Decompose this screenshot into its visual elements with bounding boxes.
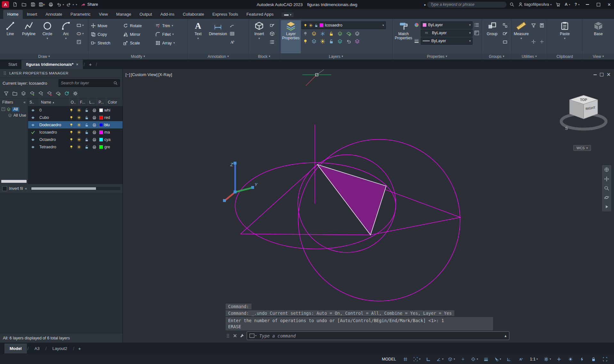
layer-plot-toggle[interactable]: [91, 130, 98, 135]
group-edit-button[interactable]: [502, 30, 508, 37]
zoom-button[interactable]: [604, 185, 610, 191]
status-annotation-scale[interactable]: 1:1▾: [527, 355, 541, 363]
layer-color-cell[interactable]: red: [98, 115, 114, 120]
linetype-dropdown[interactable]: ByLayer ▾: [421, 29, 473, 37]
layer-color-cell[interactable]: cya: [98, 137, 114, 142]
layer-column-o[interactable]: O..: [69, 98, 79, 106]
command-input[interactable]: ▾ Type a command ▲: [247, 331, 509, 340]
viewport-visual-style-control[interactable]: [X-Ray]: [158, 72, 172, 77]
layer-lock-toggle[interactable]: [83, 123, 91, 127]
layer-previous-button[interactable]: [345, 38, 352, 44]
layer-column-f[interactable]: F...: [79, 98, 88, 106]
layer-on-toggle[interactable]: [68, 115, 75, 120]
object-color-dropdown[interactable]: ByLayer ▾: [421, 21, 473, 29]
layers-panel-label[interactable]: Layers▾: [280, 53, 392, 59]
layer-plot-toggle[interactable]: [91, 145, 98, 149]
insert-button[interactable]: Insert ▾: [250, 20, 268, 53]
rotate-button[interactable]: Rotate: [122, 22, 154, 29]
modify-panel-label[interactable]: Modify▾: [88, 53, 187, 59]
palette-set-current-layer-button[interactable]: [55, 90, 61, 97]
properties-list-icon[interactable]: [474, 22, 480, 28]
palette-settings-button[interactable]: [72, 90, 78, 97]
layer-color-cell[interactable]: blu: [98, 123, 114, 127]
ribbon-tab-home[interactable]: Home: [3, 10, 23, 19]
scrollbar-thumb[interactable]: [31, 187, 96, 190]
status-graphics-performance[interactable]: [577, 355, 587, 363]
status-polar-tracking[interactable]: ▾: [435, 355, 445, 363]
layer-off-button[interactable]: [302, 30, 309, 37]
palette-new-group-filter-button[interactable]: [12, 90, 18, 97]
layer-row-dodecaedro[interactable]: Dodecaedroblu: [28, 121, 123, 128]
palette-new-property-filter-button[interactable]: [3, 90, 9, 97]
layout-tab-layout2[interactable]: Layout2: [47, 344, 72, 353]
base-button[interactable]: Base: [589, 20, 607, 53]
command-grip-icon[interactable]: [226, 333, 230, 338]
layer-on-toggle[interactable]: [68, 123, 75, 127]
viewport-close-icon[interactable]: ✕: [607, 72, 611, 78]
palette-new-layer-vp-frozen-button[interactable]: [37, 90, 44, 97]
command-close-icon[interactable]: [233, 333, 237, 338]
layer-column-l[interactable]: L...: [88, 98, 97, 106]
filter-all-used[interactable]: All Use: [0, 112, 28, 118]
group-button[interactable]: Group: [483, 20, 501, 53]
orbit-button[interactable]: [604, 195, 610, 200]
filters-scrollbar[interactable]: [1, 180, 27, 183]
layer-row-tetraedro[interactable]: Tetraedrogre: [28, 143, 123, 151]
paste-button[interactable]: Paste ▾: [556, 20, 574, 53]
move-button[interactable]: Move: [90, 22, 121, 29]
status-object-snap-tracking[interactable]: [458, 355, 468, 363]
viewcube[interactable]: S TOP RIGHT: [558, 89, 609, 147]
undo-button[interactable]: ▾: [56, 1, 65, 8]
layer-plot-toggle[interactable]: [91, 108, 98, 112]
plot-button[interactable]: [47, 1, 55, 8]
arc-flyout-icon[interactable]: ▾: [65, 37, 67, 40]
layer-color-cell[interactable]: whi: [98, 108, 114, 112]
minimize-button[interactable]: [583, 0, 592, 9]
layer-table-scrollbar[interactable]: [31, 187, 120, 190]
annotation-panel-label[interactable]: Annotation▾: [188, 53, 249, 59]
layer-dropdown-caret[interactable]: ▾: [382, 24, 384, 27]
viewport-minimize-icon[interactable]: [594, 74, 597, 75]
status-annotation-visibility[interactable]: [515, 355, 526, 363]
fillet-button[interactable]: Fillet▾: [154, 31, 186, 38]
ribbon-tab-featured-apps[interactable]: Featured Apps: [242, 10, 278, 19]
polyline-button[interactable]: Polyline: [20, 20, 38, 53]
layer-freeze-toggle[interactable]: [75, 115, 83, 120]
wcs-dropdown[interactable]: WCS ▾: [573, 145, 591, 151]
ribbon-tab-insert[interactable]: Insert: [23, 10, 42, 19]
qat-customize-button[interactable]: ▾: [76, 3, 77, 6]
filter-all[interactable]: – All: [0, 106, 28, 112]
palette-layer-states-manager-button[interactable]: [20, 90, 27, 97]
layer-thaw-button[interactable]: [319, 38, 326, 44]
layer-row-icosaedro[interactable]: Icosaedroma: [28, 128, 123, 136]
layer-plot-toggle[interactable]: [91, 123, 98, 127]
circle-button[interactable]: Circle ▾: [38, 20, 56, 53]
help-button[interactable]: ?▾: [573, 1, 581, 8]
status-isolate-objects[interactable]: [565, 355, 576, 363]
ribbon-tab-view[interactable]: View: [95, 10, 112, 19]
trim-button[interactable]: Trim▾: [154, 22, 186, 29]
ribbon-tab-add-ins[interactable]: Add-ins: [156, 10, 179, 19]
layer-plot-toggle[interactable]: [91, 137, 98, 142]
new-file-button[interactable]: [11, 1, 19, 8]
invert-collapse-icon[interactable]: «: [25, 186, 27, 191]
compass-south-label[interactable]: S: [565, 126, 568, 131]
layer-row-0[interactable]: 0whi: [28, 106, 123, 114]
open-file-button[interactable]: [20, 1, 28, 8]
ucs-icon[interactable]: Z Y: [223, 162, 258, 202]
invert-filter-checkbox[interactable]: [2, 186, 7, 191]
utilities-panel-label[interactable]: Utilities▾: [512, 53, 547, 59]
transparency-icon[interactable]: [474, 30, 480, 36]
status-lineweight-display[interactable]: [481, 355, 491, 363]
create-block-button[interactable]: [269, 30, 275, 37]
palette-new-layer-button[interactable]: [29, 90, 35, 97]
status-lock-ui[interactable]: [588, 355, 599, 363]
layer-freeze-toggle[interactable]: [75, 130, 83, 135]
filled-triangle-entity[interactable]: [317, 165, 386, 235]
layer-walk-button[interactable]: [354, 30, 361, 37]
layer-on-toggle[interactable]: [68, 130, 75, 135]
ribbon-tab-collaborate[interactable]: Collaborate: [179, 10, 208, 19]
layer-freeze-toggle[interactable]: [75, 108, 83, 112]
properties-panel-label[interactable]: Properties▾: [393, 53, 482, 59]
drawing-area[interactable]: Z Y [−] [Custom View] [X-Ray] ✕ S: [123, 69, 614, 343]
